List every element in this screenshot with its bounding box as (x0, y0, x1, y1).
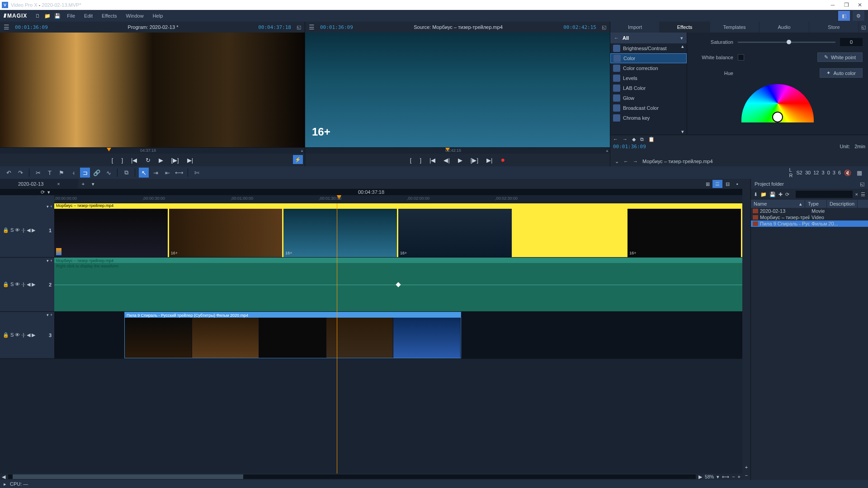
minimize-button[interactable]: ─ (826, 1, 839, 9)
close-button[interactable]: ✕ (854, 1, 866, 9)
program-menu-icon[interactable]: ☰ (4, 23, 9, 31)
zoom-out-h-icon[interactable]: − (732, 474, 735, 479)
crop-tool[interactable]: ⧉ (121, 168, 131, 178)
back-icon[interactable]: ← (614, 35, 619, 41)
goto-end-button[interactable]: ▶| (187, 157, 193, 164)
et-nav-fwd-icon[interactable]: → (623, 136, 627, 142)
overview-down-icon[interactable]: ▾ (47, 189, 50, 195)
zoom-out-v-icon[interactable]: − (745, 473, 748, 478)
timeline-tab[interactable]: 2020-02-13 × (0, 179, 78, 189)
view-detail-icon[interactable]: ⊟ (722, 180, 732, 188)
view-list-icon[interactable]: ☰ (712, 180, 722, 188)
chevron-down-icon[interactable]: ▾ (680, 35, 683, 41)
tab-templates[interactable]: Templates (710, 22, 760, 33)
et-copy-icon[interactable]: ⧉ (640, 136, 644, 142)
roll-tool[interactable]: ⇤ (162, 168, 172, 178)
zoom-value[interactable]: 58% (705, 474, 714, 479)
view-grid-icon[interactable]: ⊞ (703, 180, 712, 188)
link-tool[interactable]: 🔗 (92, 168, 102, 178)
slip-tool[interactable]: ⟷ (174, 168, 184, 178)
overview-sync-icon[interactable]: ⟳ (41, 189, 45, 195)
tab-import[interactable]: Import (610, 22, 660, 33)
pp-refresh-icon[interactable]: ⟳ (785, 192, 789, 197)
source-video[interactable]: 16+ (305, 33, 610, 147)
pp-view-icon[interactable]: ☰ (861, 192, 865, 197)
timeline-overview[interactable]: ⟳ ▾ 00:04:37:18 (0, 189, 742, 195)
pp-save-icon[interactable]: 💾 (769, 192, 776, 197)
effect-item-color[interactable]: Color (610, 53, 687, 63)
menu-window[interactable]: Window (123, 11, 147, 20)
src-goto-start-button[interactable]: |◀ (429, 157, 435, 164)
menu-file[interactable]: File (63, 11, 79, 20)
zoom-fit-icon[interactable]: ⟷ (722, 474, 729, 480)
source-menu-icon[interactable]: ☰ (309, 23, 315, 31)
menu-help[interactable]: Help (149, 11, 167, 20)
mark-out-button[interactable]: ] (121, 157, 123, 164)
effect-item-chroma-key[interactable]: Chroma key (610, 113, 687, 123)
project-item[interactable]: Пила 9 Спираль - Русский трейлер (Субтит… (751, 221, 868, 227)
src-play-button[interactable]: ▶ (458, 157, 462, 164)
cut-tool[interactable]: ✂ (33, 168, 43, 178)
track-1-clip[interactable]: Морбиус – тизер-трейлер.mp4 16+ 16+ 16+ … (54, 203, 742, 257)
source-timecode[interactable]: 00:01:36:09 (320, 24, 353, 30)
zoom-menu-icon[interactable]: ▾ (717, 474, 719, 480)
auto-color-button[interactable]: ✦Auto color (820, 68, 863, 78)
program-ruler[interactable]: 04:37:18 ▲ (0, 147, 305, 154)
col-description[interactable]: Description (827, 200, 858, 208)
white-balance-checkbox[interactable] (738, 54, 744, 61)
curve-tool[interactable]: ∿ (104, 168, 113, 178)
mark-in-button[interactable]: [ (112, 157, 113, 164)
view-compact-icon[interactable]: ▪ (732, 180, 742, 188)
et-paste-icon[interactable]: 📋 (648, 136, 655, 142)
zoom-in-h-icon[interactable]: + (738, 474, 741, 479)
settings-icon[interactable]: ⚙ (853, 11, 864, 21)
status-menu-icon[interactable]: ▸ (4, 481, 6, 487)
tab-audio[interactable]: Audio (760, 22, 809, 33)
nav-back-icon[interactable]: ← (623, 159, 628, 164)
et-timecode[interactable]: 00:01:36:09 (613, 144, 646, 150)
project-scrollbar[interactable] (751, 474, 868, 480)
effect-item-brightness-contrast[interactable]: Brightness/Contrast (610, 43, 687, 53)
scroll-up-icon[interactable]: ▴ (681, 43, 686, 49)
tab-effects[interactable]: Effects (660, 22, 710, 33)
tab-menu-icon[interactable]: ▾ (88, 181, 98, 187)
pp-import-icon[interactable]: ⬇ (754, 192, 758, 197)
redo-button[interactable]: ↷ (15, 168, 25, 178)
mixer-icon[interactable]: ▦ (854, 168, 864, 178)
project-item[interactable]: Морбиус – тизер-трейлер...Video (751, 214, 868, 221)
et-key-icon[interactable]: ◆ (632, 136, 636, 142)
group-tool[interactable]: ⫞ (68, 168, 78, 178)
loop-button[interactable]: ↻ (146, 157, 151, 164)
saturation-slider[interactable] (738, 42, 835, 43)
scroll-down-icon[interactable]: ▾ (681, 129, 686, 135)
source-popout-icon[interactable]: ◱ (602, 24, 606, 30)
project-popout-icon[interactable]: ◱ (860, 181, 864, 187)
snap-tool[interactable]: ⊐ (80, 168, 90, 178)
track-2-header[interactable]: ▾ + 🔒S👁·|·◀▶ 2 (0, 258, 54, 311)
src-mark-out-button[interactable]: ] (420, 157, 421, 164)
project-item[interactable]: 2020-02-13Movie (751, 208, 868, 214)
src-record-button[interactable]: ● (500, 156, 505, 164)
pp-folder-icon[interactable]: 📁 (760, 192, 767, 197)
goto-start-button[interactable]: |◀ (131, 157, 137, 164)
scroll-right-icon[interactable]: ▶ (698, 474, 702, 480)
et-nav-back-icon[interactable]: ← (613, 136, 618, 142)
color-wheel[interactable] (741, 84, 814, 122)
tab-store[interactable]: Store (809, 22, 859, 33)
menu-effects[interactable]: Effects (98, 11, 120, 20)
undo-button[interactable]: ↶ (4, 168, 14, 178)
white-point-button[interactable]: ✎White point (817, 52, 863, 62)
effect-item-levels[interactable]: Levels (610, 73, 687, 83)
mute-icon[interactable]: 🔇 (843, 168, 853, 178)
marker-tool[interactable]: ⚑ (57, 168, 66, 178)
scissors-tool[interactable]: ✄ (192, 168, 202, 178)
effects-category-header[interactable]: ← All ▾ (610, 33, 687, 43)
program-video[interactable] (0, 33, 305, 147)
col-type[interactable]: Type (805, 200, 827, 208)
effect-item-color-correction[interactable]: Color correction (610, 63, 687, 73)
src-mark-in-button[interactable]: [ (410, 157, 412, 164)
src-play-range-button[interactable]: [▶] (471, 157, 478, 164)
tab-close-icon[interactable]: × (57, 181, 60, 187)
zoom-in-v-icon[interactable]: + (745, 465, 748, 470)
scroll-left-icon[interactable]: ◀ (2, 474, 5, 480)
